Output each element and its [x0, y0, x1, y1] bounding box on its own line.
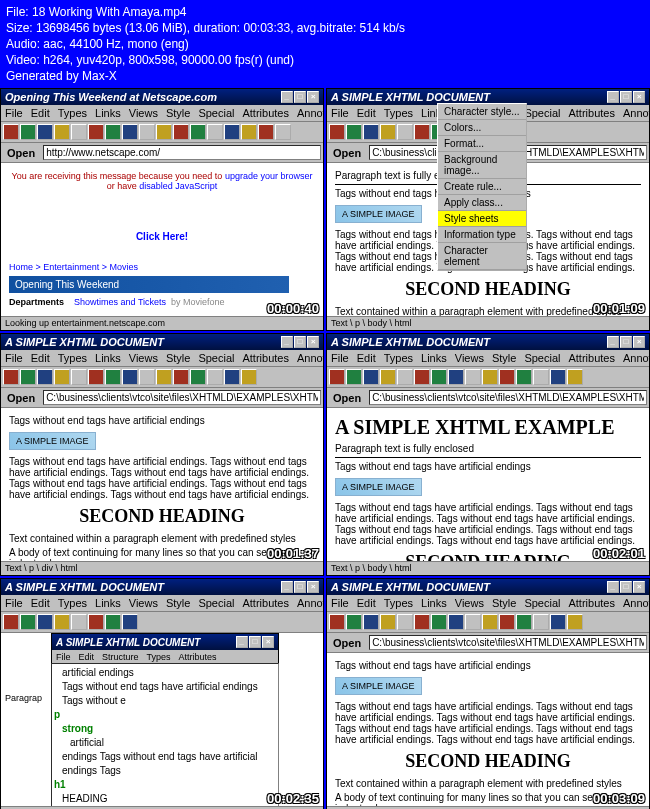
style-sheets-item: Style sheets — [438, 211, 526, 227]
statusbar: Looking up entertainment.netscape.com — [1, 316, 323, 330]
style-dropdown[interactable]: Character style... Colors... Format... B… — [437, 103, 527, 271]
toolbar[interactable] — [1, 122, 323, 143]
close-btn[interactable]: × — [307, 91, 319, 103]
maximize-btn[interactable]: □ — [294, 91, 306, 103]
panel-style-menu: A SIMPLE XHTML DOCUMENT_□× FileEditTypes… — [326, 88, 650, 331]
click-here-link[interactable]: Click Here! — [9, 231, 315, 242]
open-label: Open — [3, 147, 39, 159]
video-info-header: File: 18 Working With Amaya.mp4 Size: 13… — [0, 0, 650, 88]
panel-structure-view: A SIMPLE XHTML DOCUMENT_□× FileEditTypes… — [0, 578, 324, 809]
menubar[interactable]: FileEditTypesLinksViewsStyleSpecialAttri… — [1, 105, 323, 122]
panel-doc-3: A SIMPLE XHTML DOCUMENT_□× FileEditTypes… — [0, 333, 324, 576]
titlebar[interactable]: Opening This Weekend at Netscape.com _□× — [1, 89, 323, 105]
panel-doc-4: A SIMPLE XHTML DOCUMENT_□× FileEditTypes… — [326, 333, 650, 576]
simple-image: A SIMPLE IMAGE — [335, 205, 422, 223]
url-input[interactable] — [43, 145, 321, 160]
panel-doc-6: A SIMPLE XHTML DOCUMENT_□× FileEditTypes… — [326, 578, 650, 809]
opening-banner: Opening This Weekend — [9, 276, 289, 293]
structure-tree[interactable]: artificial endings Tags without end tags… — [51, 663, 279, 806]
minimize-btn[interactable]: _ — [281, 91, 293, 103]
panel-netscape: Opening This Weekend at Netscape.com _□×… — [0, 88, 324, 331]
